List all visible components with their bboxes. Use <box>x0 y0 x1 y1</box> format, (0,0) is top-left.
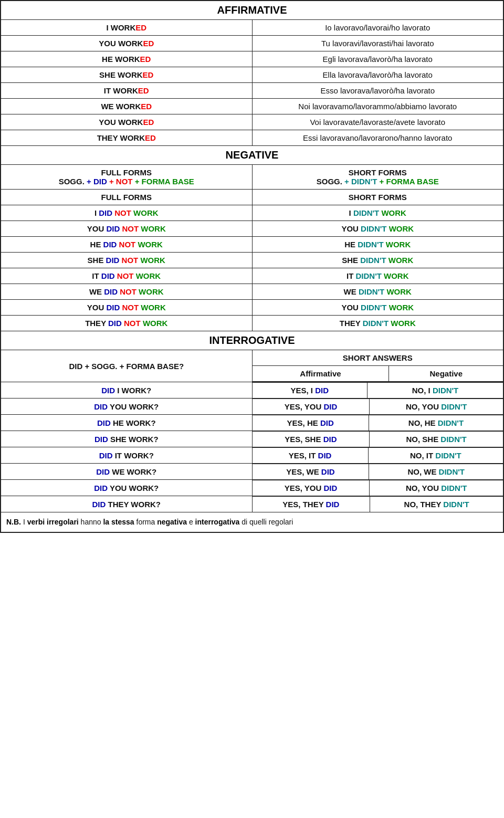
interrogative-header: INTERROGATIVE <box>1 331 503 350</box>
table-row: IT WORKED Esso lavorava/lavorò/ha lavora… <box>1 83 503 99</box>
table-row: SHE DID NOT WORK SHE DIDN'T WORK <box>1 253 503 268</box>
interr-ans-4: YES, SHE DID NO, SHE DIDN'T <box>252 431 503 447</box>
neg-header-row1: FULL FORMS SOGG. + DID + NOT + FORMA BAS… <box>1 165 503 190</box>
neg-full-4: SHE DID NOT WORK <box>1 253 252 268</box>
table-row: THEY WORKED Essi lavoravano/lavorarono/h… <box>1 130 503 146</box>
interr-ans-5: YES, IT DID NO, IT DIDN'T <box>252 447 503 464</box>
table-row: DID YOU WORK? YES, YOU DID NO, YOU DIDN'… <box>1 480 503 496</box>
ans-subtable-5: YES, IT DID NO, IT DIDN'T <box>253 447 503 463</box>
aff-right-7: Voi lavoravate/lavoraste/avete lavorato <box>252 114 503 130</box>
neg-ans-6: NO, WE DIDN'T <box>369 464 503 480</box>
aff-left-8: THEY WORKED <box>1 130 252 146</box>
neg-ans-1: NO, I DIDN'T <box>368 383 503 398</box>
interr-shortanswers-header: SHORT ANSWERS Affirmative Negative <box>252 350 503 382</box>
interr-q-3: DID HE WORK? <box>1 415 252 431</box>
ans-subtable-6: YES, WE DID NO, WE DIDN'T <box>253 464 503 479</box>
neg-ans-4: NO, SHE DIDN'T <box>370 432 503 447</box>
main-grammar-table: AFFIRMATIVE I WORKED Io lavoravo/lavorai… <box>0 0 504 533</box>
neg-ans-8: NO, THEY DIDN'T <box>370 497 503 512</box>
table-row: THEY DID NOT WORK THEY DIDN'T WORK <box>1 316 503 331</box>
neg-full-3: HE DID NOT WORK <box>1 237 252 253</box>
table-row: DID IT WORK? YES, IT DID NO, IT DIDN'T <box>1 447 503 464</box>
interr-ans-6: YES, WE DID NO, WE DIDN'T <box>252 464 503 480</box>
neg-full-8: THEY DID NOT WORK <box>1 316 252 331</box>
neg-ans-7: NO, YOU DIDN'T <box>370 480 503 496</box>
interr-ans-1: YES, I DID NO, I DIDN'T <box>252 382 503 398</box>
table-row: YES, YOU DID NO, YOU DIDN'T <box>253 399 503 415</box>
aff-ans-4: YES, SHE DID <box>253 432 370 447</box>
ans-subtable-4: YES, SHE DID NO, SHE DIDN'T <box>253 431 503 447</box>
aff-col-header: Affirmative <box>253 366 389 382</box>
aff-left-5: IT WORKED <box>1 83 252 99</box>
interr-q-4: DID SHE WORK? <box>1 431 252 447</box>
neg-full-6: WE DID NOT WORK <box>1 284 252 300</box>
interr-ans-8: YES, THEY DID NO, THEY DIDN'T <box>252 496 503 512</box>
neg-short-3: HE DIDN'T WORK <box>252 237 503 253</box>
interr-q-6: DID WE WORK? <box>1 464 252 480</box>
neg-shortforms-label: SHORT FORMS SOGG. + DIDN'T + FORMA BASE <box>252 165 503 190</box>
table-row: DID WE WORK? YES, WE DID NO, WE DIDN'T <box>1 464 503 480</box>
aff-ans-8: YES, THEY DID <box>253 497 370 512</box>
interr-col-headers: DID + SOGG. + FORMA BASE? SHORT ANSWERS … <box>1 350 503 382</box>
ans-subtable-3: YES, HE DID NO, HE DIDN'T <box>253 415 503 431</box>
table-row: SHORT ANSWERS <box>253 350 503 366</box>
table-row: IT DID NOT WORK IT DIDN'T WORK <box>1 268 503 284</box>
interr-q-7: DID YOU WORK? <box>1 480 252 496</box>
table-row: YES, YOU DID NO, YOU DIDN'T <box>253 480 503 496</box>
table-row: YES, WE DID NO, WE DIDN'T <box>253 464 503 480</box>
interr-question-header: DID + SOGG. + FORMA BASE? <box>1 350 252 382</box>
interr-q-1: DID I WORK? <box>1 382 252 398</box>
table-row: YOU WORKED Tu lavoravi/lavorasti/hai lav… <box>1 36 503 51</box>
aff-ans-2: YES, YOU DID <box>253 399 370 415</box>
aff-ans-7: YES, YOU DID <box>253 480 370 496</box>
interr-ans-3: YES, HE DID NO, HE DIDN'T <box>252 415 503 431</box>
table-row: DID THEY WORK? YES, THEY DID NO, THEY DI… <box>1 496 503 512</box>
nb-text: N.B. I verbi irregolari hanno la stessa … <box>1 512 503 533</box>
neg-shortforms-subheader: SHORT FORMS <box>252 190 503 205</box>
interr-ans-7: YES, YOU DID NO, YOU DIDN'T <box>252 480 503 496</box>
aff-right-6: Noi lavoravamo/lavorammo/abbiamo lavorat… <box>252 99 503 114</box>
neg-col-header: Negative <box>389 366 503 382</box>
neg-fullforms-subheader: FULL FORMS <box>1 190 252 205</box>
aff-right-3: Egli lavorava/lavorò/ha lavorato <box>252 51 503 67</box>
short-answers-label: SHORT ANSWERS <box>253 350 503 366</box>
aff-left-6: WE WORKED <box>1 99 252 114</box>
aff-right-5: Esso lavorava/lavorò/ha lavorato <box>252 83 503 99</box>
ans-subtable-8: YES, THEY DID NO, THEY DIDN'T <box>253 496 503 512</box>
negative-header: NEGATIVE <box>1 146 503 165</box>
table-row: DID YOU WORK? YES, YOU DID NO, YOU DIDN'… <box>1 398 503 415</box>
ans-subtable-2: YES, YOU DID NO, YOU DIDN'T <box>253 398 503 414</box>
aff-left-2: YOU WORKED <box>1 36 252 51</box>
table-row: I DID NOT WORK I DIDN'T WORK <box>1 205 503 221</box>
aff-right-1: Io lavoravo/lavorai/ho lavorato <box>252 20 503 36</box>
table-row: I WORKED Io lavoravo/lavorai/ho lavorato <box>1 20 503 36</box>
neg-short-7: YOU DIDN'T WORK <box>252 300 503 316</box>
aff-right-8: Essi lavoravano/lavorarono/hanno lavorat… <box>252 130 503 146</box>
table-row: DID HE WORK? YES, HE DID NO, HE DIDN'T <box>1 415 503 431</box>
interr-q-2: DID YOU WORK? <box>1 398 252 415</box>
neg-short-6: WE DIDN'T WORK <box>252 284 503 300</box>
aff-left-3: HE WORKED <box>1 51 252 67</box>
neg-ans-2: NO, YOU DIDN'T <box>370 399 503 415</box>
neg-short-5: IT DIDN'T WORK <box>252 268 503 284</box>
ans-subtable-1: YES, I DID NO, I DIDN'T <box>253 382 503 398</box>
table-row: YOU DID NOT WORK YOU DIDN'T WORK <box>1 221 503 237</box>
table-row: DID I WORK? YES, I DID NO, I DIDN'T <box>1 382 503 398</box>
aff-left-4: SHE WORKED <box>1 67 252 83</box>
interr-q-5: DID IT WORK? <box>1 447 252 464</box>
interr-q-8: DID THEY WORK? <box>1 496 252 512</box>
nb-row: N.B. I verbi irregolari hanno la stessa … <box>1 512 503 533</box>
neg-ans-5: NO, IT DIDN'T <box>368 448 503 464</box>
aff-right-4: Ella lavorava/lavorò/ha lavorato <box>252 67 503 83</box>
neg-ans-3: NO, HE DIDN'T <box>369 415 503 431</box>
neg-header-row2: FULL FORMS SHORT FORMS <box>1 190 503 205</box>
table-row: YES, IT DID NO, IT DIDN'T <box>253 448 503 464</box>
table-row: YES, THEY DID NO, THEY DIDN'T <box>253 497 503 512</box>
table-row: Affirmative Negative <box>253 366 503 382</box>
aff-left-1: I WORKED <box>1 20 252 36</box>
affirmative-header: AFFIRMATIVE <box>1 1 503 20</box>
aff-ans-5: YES, IT DID <box>253 448 369 464</box>
neg-fullforms-label: FULL FORMS SOGG. + DID + NOT + FORMA BAS… <box>1 165 252 190</box>
table-row: DID SHE WORK? YES, SHE DID NO, SHE DIDN'… <box>1 431 503 447</box>
neg-short-4: SHE DIDN'T WORK <box>252 253 503 268</box>
